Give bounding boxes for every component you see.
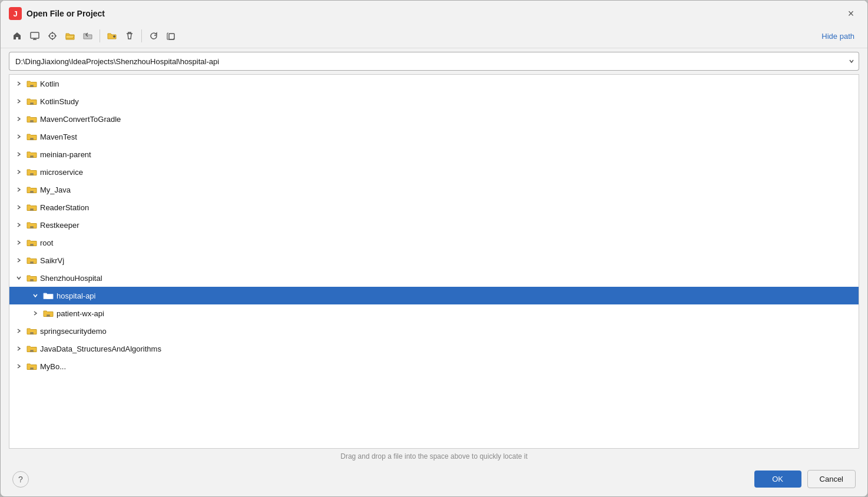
dialog-title: Open File or Project [26, 9, 105, 18]
tree-item-javadata[interactable]: JavaData_StructuresAndAlgorithms [9, 340, 859, 357]
new-folder-button[interactable] [104, 28, 120, 44]
chevron-icon [14, 167, 24, 177]
folder-icon [26, 274, 37, 282]
tree-item-label: My_Java [40, 185, 71, 194]
tree-item-label: patient-wx-api [57, 309, 104, 318]
svg-rect-31 [47, 297, 49, 298]
folder-icon [26, 362, 37, 370]
tree-item-saikrvj[interactable]: SaikrVj [9, 251, 859, 269]
footer: ? OK Cancel [1, 464, 867, 496]
home-button[interactable] [9, 28, 25, 44]
refresh-button[interactable] [145, 28, 162, 44]
refresh-icon [149, 31, 158, 41]
folder-icon [26, 238, 37, 247]
tree-item-mavenconverttogradle[interactable]: MavenConvertToGradle [9, 110, 859, 128]
folder-icon [26, 185, 37, 194]
hide-path-button[interactable]: Hide path [817, 29, 859, 43]
svg-rect-17 [31, 174, 33, 174]
tree-item-mybook[interactable]: MyBo... [9, 357, 859, 375]
tree-item-label: microservice [40, 168, 83, 177]
svg-rect-2 [31, 32, 39, 38]
open-file-dialog: J Open File or Project × [0, 0, 868, 497]
tree-item-label: MyBo... [40, 362, 66, 371]
tree-item-my_java[interactable]: My_Java [9, 181, 859, 198]
tree-item-label: root [40, 238, 53, 247]
tree-item-label: JavaData_StructuresAndAlgorithms [40, 344, 161, 353]
tree-item-label: ReaderStation [40, 203, 89, 212]
svg-rect-37 [31, 350, 33, 351]
chevron-icon [14, 238, 24, 247]
help-button[interactable]: ? [12, 471, 29, 488]
chevron-icon [14, 97, 24, 106]
close-button[interactable]: × [844, 6, 858, 21]
tree-item-kotlinstudy[interactable]: KotlinStudy [9, 92, 859, 110]
open-folder-button[interactable] [62, 28, 78, 44]
folder-icon [26, 221, 37, 229]
chevron-icon [14, 79, 24, 88]
folder-icon [43, 309, 54, 317]
tree-item-label: KotlinStudy [40, 97, 79, 106]
desktop-button[interactable] [26, 28, 43, 44]
parent-folder-button[interactable] [79, 28, 96, 44]
locate-button[interactable] [44, 28, 61, 44]
tree-item-label: meinian-parent [40, 150, 91, 159]
delete-button[interactable] [121, 28, 138, 44]
folder-icon [26, 115, 37, 123]
copy-button[interactable] [163, 28, 180, 44]
file-tree[interactable]: Kotlin KotlinStudy MavenConvertToGradle … [9, 74, 859, 449]
tree-item-readerstation[interactable]: ReaderStation [9, 198, 859, 216]
tree-item-shenzhou-hospital[interactable]: ShenzhouHospital [9, 269, 859, 287]
chevron-icon [14, 150, 24, 159]
ok-button[interactable]: OK [754, 471, 801, 488]
svg-rect-11 [31, 121, 33, 121]
chevron-icon [14, 362, 24, 371]
tree-item-label: Kotlin [40, 79, 59, 88]
folder-icon [26, 168, 37, 176]
folder-icon [43, 291, 54, 300]
title-bar: J Open File or Project × [1, 1, 867, 24]
chevron-down-icon [849, 58, 854, 64]
cancel-button[interactable]: Cancel [807, 470, 856, 488]
title-bar-left: J Open File or Project [9, 7, 105, 20]
tree-item-label: Restkeeper [40, 221, 79, 230]
chevron-icon [14, 256, 24, 265]
tree-item-meinian-parent[interactable]: meinian-parent [9, 145, 859, 163]
toolbar: Hide path [1, 24, 867, 48]
tree-item-root[interactable]: root [9, 234, 859, 251]
svg-rect-29 [31, 280, 33, 280]
drag-hint: Drag and drop a file into the space abov… [1, 449, 867, 464]
svg-rect-19 [31, 191, 33, 192]
chevron-icon [14, 114, 24, 124]
home-icon [12, 31, 22, 41]
tree-item-patient-wx-api[interactable]: patient-wx-api [9, 304, 859, 322]
svg-rect-27 [31, 262, 33, 263]
svg-rect-33 [47, 315, 49, 316]
tree-item-kotlin[interactable]: Kotlin [9, 75, 859, 92]
svg-point-4 [52, 35, 54, 37]
svg-rect-23 [31, 227, 33, 227]
toolbar-separator-2 [141, 29, 142, 42]
tree-item-label: ShenzhouHospital [40, 274, 102, 283]
tree-item-springsecuritydemo[interactable]: springsecuritydemo [9, 322, 859, 340]
new-folder-icon [107, 31, 117, 41]
folder-icon [26, 203, 37, 211]
tree-item-microservice[interactable]: microservice [9, 163, 859, 181]
path-dropdown-button[interactable] [844, 52, 859, 71]
tree-item-maventest[interactable]: MavenTest [9, 128, 859, 145]
tree-item-hospital-api[interactable]: hospital-api [9, 287, 859, 304]
path-bar [1, 48, 867, 74]
copy-icon [167, 31, 176, 41]
svg-rect-25 [31, 244, 33, 245]
path-input[interactable] [9, 52, 844, 71]
folder-icon [26, 97, 37, 105]
chevron-icon [14, 326, 24, 336]
toolbar-separator-1 [100, 29, 100, 42]
folder-icon [26, 327, 37, 335]
svg-rect-21 [31, 209, 33, 210]
tree-item-label: MavenConvertToGradle [40, 115, 121, 124]
tree-item-restkeeper[interactable]: Restkeeper [9, 216, 859, 234]
folder-icon [26, 79, 37, 88]
folder-icon [26, 132, 37, 141]
locate-icon [48, 31, 57, 41]
chevron-icon [14, 185, 24, 194]
